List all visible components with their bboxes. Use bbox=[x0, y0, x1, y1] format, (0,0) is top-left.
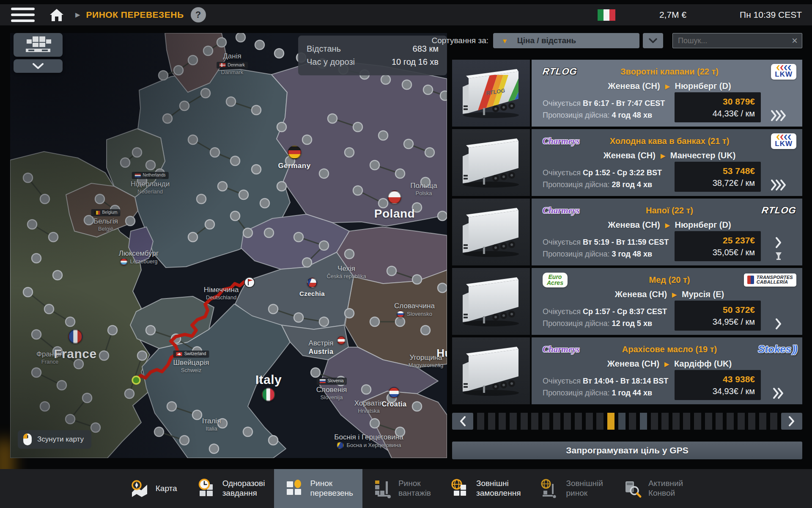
page-block[interactable] bbox=[510, 413, 517, 430]
city-dot[interactable] bbox=[53, 347, 62, 356]
city-dot[interactable] bbox=[345, 309, 354, 318]
page-block[interactable] bbox=[727, 413, 734, 430]
city-dot[interactable] bbox=[57, 381, 66, 390]
nav-item-external-market[interactable]: Зовнішній ринок bbox=[530, 469, 612, 508]
job-card[interactable]: Charmeys Напої (22 т) RTLOG Женева (CH) … bbox=[452, 199, 802, 265]
page-block[interactable] bbox=[596, 413, 604, 430]
page-block[interactable] bbox=[705, 413, 712, 430]
city-dot[interactable] bbox=[412, 402, 422, 411]
city-dot[interactable] bbox=[91, 423, 100, 432]
city-dot[interactable] bbox=[319, 169, 329, 178]
city-dot[interactable] bbox=[84, 215, 93, 225]
city-dot[interactable] bbox=[66, 414, 75, 424]
city-dot[interactable] bbox=[108, 326, 117, 335]
city-dot[interactable] bbox=[121, 158, 130, 167]
page-block[interactable] bbox=[651, 413, 658, 430]
page-block[interactable] bbox=[629, 413, 636, 430]
home-icon[interactable] bbox=[47, 6, 66, 23]
city-dot[interactable] bbox=[440, 91, 447, 100]
sort-expand-button[interactable] bbox=[643, 33, 663, 48]
job-card[interactable]: RTLOG RTLOG Зворотні клапани (22 т) LKW … bbox=[452, 60, 802, 127]
page-block[interactable] bbox=[759, 413, 766, 430]
help-icon[interactable]: ? bbox=[191, 7, 206, 22]
city-dot[interactable] bbox=[203, 46, 213, 55]
city-dot[interactable] bbox=[387, 393, 396, 403]
city-dot[interactable] bbox=[302, 135, 312, 144]
city-dot[interactable] bbox=[155, 169, 165, 178]
city-dot[interactable] bbox=[192, 347, 202, 356]
city-dot[interactable] bbox=[146, 326, 155, 335]
city-dot[interactable] bbox=[336, 376, 346, 386]
page-block[interactable] bbox=[661, 413, 669, 430]
city-dot[interactable] bbox=[319, 241, 329, 250]
city-dot[interactable] bbox=[49, 232, 58, 242]
city-dot[interactable] bbox=[32, 368, 41, 377]
city-dot[interactable] bbox=[32, 254, 41, 263]
page-block[interactable] bbox=[716, 413, 723, 430]
city-dot[interactable] bbox=[294, 232, 303, 242]
city-dot[interactable] bbox=[412, 275, 422, 284]
nav-item-cargo-market[interactable]: Ринок вантажів bbox=[362, 469, 440, 508]
city-dot[interactable] bbox=[255, 40, 264, 50]
city-dot[interactable] bbox=[66, 317, 75, 326]
city-dot[interactable] bbox=[230, 156, 240, 166]
city-dot[interactable] bbox=[95, 194, 104, 204]
page-block-current[interactable] bbox=[607, 413, 614, 430]
city-dot[interactable] bbox=[126, 216, 135, 226]
city-dot[interactable] bbox=[274, 49, 284, 58]
city-dot[interactable] bbox=[362, 385, 371, 394]
nav-item-one-time-jobs[interactable]: Одноразові завдання bbox=[187, 469, 274, 508]
city-dot[interactable] bbox=[370, 419, 379, 428]
city-dot[interactable] bbox=[132, 148, 142, 157]
search-input[interactable] bbox=[673, 36, 787, 45]
city-dot[interactable] bbox=[421, 326, 430, 335]
menu-icon[interactable] bbox=[11, 8, 35, 22]
city-dot[interactable] bbox=[345, 249, 354, 259]
city-dot[interactable] bbox=[210, 148, 219, 157]
city-dot[interactable] bbox=[277, 122, 286, 132]
city-dot[interactable] bbox=[353, 186, 362, 195]
city-dot[interactable] bbox=[302, 258, 312, 267]
city-dot[interactable] bbox=[264, 228, 274, 237]
page-block[interactable] bbox=[542, 413, 549, 430]
city-dot[interactable] bbox=[146, 160, 155, 170]
clear-search-icon[interactable]: × bbox=[792, 35, 798, 47]
page-block[interactable] bbox=[488, 413, 495, 430]
page-block[interactable] bbox=[586, 413, 593, 430]
city-dot[interactable] bbox=[226, 97, 236, 106]
city-dot[interactable] bbox=[188, 55, 198, 65]
city-dot[interactable] bbox=[252, 105, 261, 115]
city-dot[interactable] bbox=[209, 444, 219, 453]
nav-item-freight-market[interactable]: Ринок перевезень bbox=[274, 469, 362, 508]
city-dot[interactable] bbox=[180, 101, 189, 110]
city-dot[interactable] bbox=[218, 182, 227, 191]
map-panel[interactable]: ДаніяDenmarkDanmarkNetherlandsНідерланди… bbox=[10, 33, 447, 458]
city-dot[interactable] bbox=[188, 232, 198, 242]
page-block[interactable] bbox=[521, 413, 528, 430]
city-dot[interactable] bbox=[180, 436, 189, 445]
page-block[interactable] bbox=[499, 413, 506, 430]
set-gps-target-button[interactable]: Запрограмувати ціль у GPS bbox=[452, 442, 802, 459]
page-block[interactable] bbox=[618, 413, 625, 430]
city-dot[interactable] bbox=[40, 194, 49, 204]
city-dot[interactable] bbox=[425, 148, 434, 157]
city-dot[interactable] bbox=[423, 85, 433, 94]
page-block[interactable] bbox=[770, 413, 777, 430]
page-block[interactable] bbox=[640, 413, 647, 430]
city-dot[interactable] bbox=[328, 114, 337, 123]
city-dot[interactable] bbox=[44, 304, 54, 314]
nav-item-active-convoy[interactable]: Активний Конвой bbox=[612, 469, 692, 508]
page-block[interactable] bbox=[531, 413, 538, 430]
city-dot[interactable] bbox=[438, 283, 447, 293]
next-page-button[interactable] bbox=[781, 413, 802, 430]
city-dot[interactable] bbox=[230, 211, 240, 221]
city-dot[interactable] bbox=[125, 389, 134, 398]
city-dot[interactable] bbox=[404, 139, 413, 149]
city-dot[interactable] bbox=[285, 156, 295, 166]
job-card[interactable]: Charmeys Холодна кава в банках (21 т) LK… bbox=[452, 129, 802, 196]
city-dot[interactable] bbox=[205, 220, 214, 229]
city-dot[interactable] bbox=[370, 317, 379, 326]
city-dot[interactable] bbox=[379, 131, 388, 140]
city-dot[interactable] bbox=[99, 351, 109, 360]
city-dot[interactable] bbox=[252, 165, 261, 174]
